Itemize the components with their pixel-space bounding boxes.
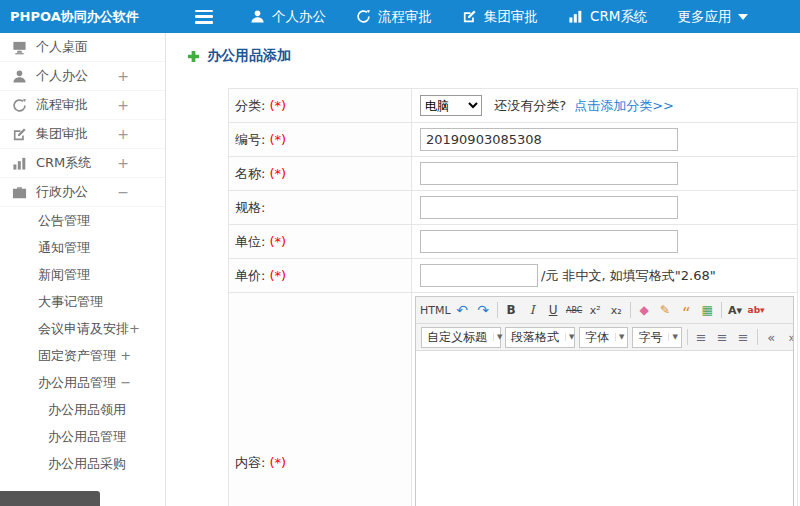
sidebar-subitem-label: 大事记管理	[38, 294, 103, 309]
main-nav: 个人办公 流程审批 集团审批 CRM系统 更多应用	[235, 0, 763, 33]
name-input[interactable]	[420, 162, 678, 185]
expand-toggle[interactable]: −	[116, 375, 131, 390]
indent-button[interactable]: »	[783, 327, 793, 347]
required-marker: (*)	[269, 455, 286, 470]
sidebar-item-fixed-assets-mgmt[interactable]: 固定资产管理 +	[0, 342, 165, 369]
nav-item-label: CRM系统	[590, 8, 647, 26]
sidebar-item-announcement-mgmt[interactable]: 公告管理	[0, 207, 165, 234]
approve-icon	[12, 127, 27, 142]
chevron-down-icon: ▼	[565, 333, 574, 341]
font-family-select[interactable]: 字体▼	[579, 327, 628, 348]
sidebar-item-office-supplies-mgmt[interactable]: 办公用品管理 −	[0, 369, 165, 396]
strikethrough-button[interactable]: ABC	[565, 300, 584, 320]
sidebar-item-supplies-claim[interactable]: 办公用品领用	[0, 396, 165, 423]
caret-down-icon	[738, 14, 748, 20]
toolbar-separator	[757, 329, 758, 345]
field-label: 单位:	[235, 234, 265, 249]
rich-text-editor: HTML↶↷BIUABCx²x₂◆✎“▦A▾ab▾ 自定义标题▼段落格式▼字体▼…	[415, 296, 794, 506]
expand-toggle[interactable]: +	[129, 321, 140, 336]
sidebar-item-notice-mgmt[interactable]: 通知管理	[0, 234, 165, 261]
highlight-color-button[interactable]: ab▾	[747, 300, 766, 320]
paragraph-select[interactable]: 段落格式▼	[505, 327, 575, 348]
undo-button[interactable]: ↶	[453, 300, 472, 320]
sidebar-item-admin-office[interactable]: 行政办公 −	[0, 178, 165, 207]
align-center-button[interactable]: ≡	[713, 327, 732, 347]
field-label: 分类:	[235, 98, 265, 113]
sidebar-item-meeting-request-mgmt[interactable]: 会议申请及安排+	[0, 315, 165, 342]
page-title: 办公用品添加	[187, 47, 291, 65]
sidebar-item-news-mgmt[interactable]: 新闻管理	[0, 261, 165, 288]
field-label-cell: 单价:(*)	[229, 259, 412, 293]
nav-item-group-approval[interactable]: 集团审批	[447, 0, 553, 33]
brand-logo[interactable]: PHPOA协同办公软件	[0, 8, 165, 26]
flow-icon	[12, 98, 27, 113]
expand-toggle[interactable]: −	[117, 184, 129, 200]
subscript-button[interactable]: x₂	[607, 300, 626, 320]
toolbar-separator	[630, 302, 631, 318]
flow-icon	[356, 9, 371, 24]
nav-item-more-apps[interactable]: 更多应用	[662, 0, 763, 33]
chevron-down-icon: ▼	[493, 333, 502, 341]
superscript-button[interactable]: x²	[586, 300, 605, 320]
bold-button[interactable]: B	[502, 300, 521, 320]
editor-content-area[interactable]	[416, 351, 793, 506]
sidebar-item-events-mgmt[interactable]: 大事记管理	[0, 288, 165, 315]
expand-toggle[interactable]: +	[117, 155, 129, 171]
redo-button[interactable]: ↷	[474, 300, 493, 320]
add-icon	[187, 50, 200, 63]
nav-item-label: 集团审批	[484, 8, 538, 26]
sidebar-item-group-approval[interactable]: 集团审批 +	[0, 120, 165, 149]
heading-select[interactable]: 自定义标题▼	[421, 327, 501, 348]
source-code-button[interactable]: HTML	[420, 300, 451, 320]
sidebar-item-crm[interactable]: CRM系统 +	[0, 149, 165, 178]
italic-button[interactable]: I	[523, 300, 542, 320]
nav-item-label: 流程审批	[378, 8, 432, 26]
blockquote-button[interactable]: “	[677, 300, 696, 320]
font-color-button[interactable]: A▾	[726, 300, 745, 320]
field-label-cell: 内容:(*)	[229, 293, 412, 506]
browser-status-bubble	[0, 491, 100, 506]
spec-input[interactable]	[420, 196, 678, 219]
chevron-down-icon: ▼	[615, 333, 624, 341]
field-value-cell	[412, 191, 798, 225]
sidebar-item-personal-desktop[interactable]: 个人桌面	[0, 33, 165, 62]
font-size-select[interactable]: 字号▼	[632, 327, 681, 348]
toolbar-separator	[721, 302, 722, 318]
form-row-category: 分类:(*) 电脑 还没有分类? 点击添加分类>>	[229, 89, 798, 123]
remove-format-button[interactable]: ◆	[635, 300, 654, 320]
sidebar-subitem-label: 办公用品采购	[48, 456, 126, 471]
sidebar-item-workflow-approval[interactable]: 流程审批 +	[0, 91, 165, 120]
sidebar-item-personal-office[interactable]: 个人办公 +	[0, 62, 165, 91]
align-right-button[interactable]: ≡	[734, 327, 753, 347]
media-button[interactable]: ▦	[698, 300, 717, 320]
expand-toggle[interactable]: +	[117, 126, 129, 142]
expand-toggle[interactable]: +	[117, 68, 129, 84]
nav-item-crm[interactable]: CRM系统	[553, 0, 662, 33]
user-icon	[12, 69, 27, 84]
outdent-button[interactable]: «	[762, 327, 781, 347]
price-input[interactable]	[420, 264, 538, 287]
nav-item-workflow-approval[interactable]: 流程审批	[341, 0, 447, 33]
required-marker: (*)	[269, 166, 286, 181]
align-left-button[interactable]: ≡	[692, 327, 711, 347]
required-marker: (*)	[269, 268, 286, 283]
add-category-link[interactable]: 点击添加分类>>	[574, 98, 674, 113]
hamburger-icon[interactable]	[195, 10, 213, 24]
format-painter-button[interactable]: ✎	[656, 300, 675, 320]
user-icon	[250, 9, 265, 24]
sidebar-item-supplies-manage[interactable]: 办公用品管理	[0, 423, 165, 450]
unit-input[interactable]	[420, 230, 678, 253]
page-title-text: 办公用品添加	[207, 47, 291, 65]
expand-toggle[interactable]: +	[117, 97, 129, 113]
main-content: 办公用品添加 分类:(*) 电脑 还没有分类? 点击添加分类>>	[167, 33, 800, 506]
nav-item-label: 个人办公	[272, 8, 326, 26]
editor-toolbar-row2: 自定义标题▼段落格式▼字体▼字号▼≡≡≡«»	[416, 324, 793, 351]
expand-toggle[interactable]: +	[116, 348, 131, 363]
sidebar-item-supplies-purchase[interactable]: 办公用品采购	[0, 450, 165, 477]
code-input[interactable]	[420, 128, 678, 151]
approve-icon	[462, 9, 477, 24]
underline-button[interactable]: U	[544, 300, 563, 320]
form-row-price: 单价:(*) /元 非中文, 如填写格式"2.68"	[229, 259, 798, 293]
nav-item-personal-office[interactable]: 个人办公	[235, 0, 341, 33]
category-select[interactable]: 电脑	[420, 95, 482, 116]
